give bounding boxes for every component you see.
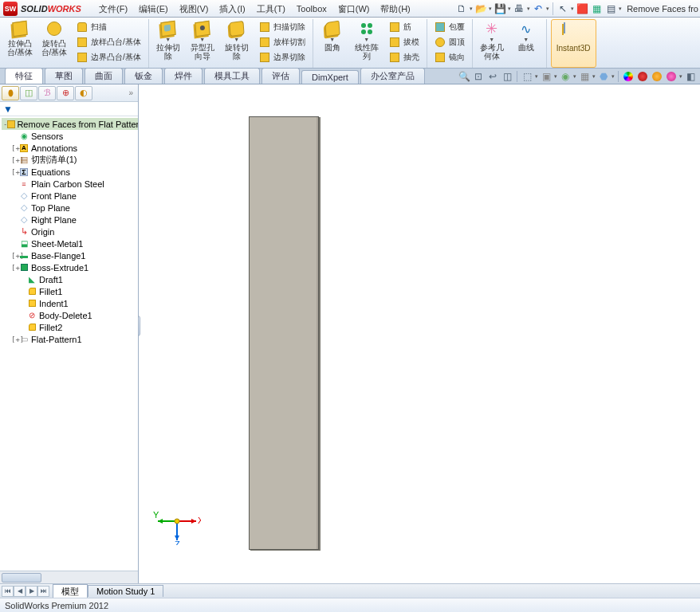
tree-root[interactable]: - Remove Faces from Flat Patter — [2, 118, 138, 130]
display-manager-tab[interactable]: ◐ — [75, 86, 92, 100]
sweep-button[interactable]: 扫描 — [73, 19, 144, 34]
hide-show-icon[interactable]: ◉ — [559, 70, 572, 83]
bottom-tab-motion-study[interactable]: Motion Study 1 — [88, 585, 163, 597]
feature-manager-tab[interactable]: ⬮ — [2, 86, 19, 100]
tree-expander[interactable]: [+] — [11, 144, 18, 152]
rib-button[interactable]: 筋 — [386, 19, 422, 34]
nav-next-icon[interactable]: ▶ — [26, 586, 37, 597]
menu-file[interactable]: 文件(F) — [94, 2, 132, 17]
tree-item[interactable]: [+]ΣEquations — [2, 166, 138, 178]
tree-item[interactable]: Fillet1 — [2, 285, 138, 297]
rebuild-icon[interactable]: 🟥 — [576, 2, 588, 15]
loft-boss-button[interactable]: 放样凸台/基体 — [73, 34, 144, 49]
menu-tools[interactable]: 工具(T) — [252, 2, 290, 17]
perspective-icon[interactable] — [665, 70, 678, 83]
menu-toolbox[interactable]: Toolbox — [292, 2, 332, 15]
tab-office[interactable]: 办公室产品 — [360, 68, 425, 84]
revolve-cut-button[interactable]: ▼ 旋转切除 — [222, 19, 252, 61]
shell-button[interactable]: 抽壳 — [386, 49, 422, 65]
tree-item[interactable]: Fillet2 — [2, 321, 138, 333]
tree-item[interactable]: ◣Draft1 — [2, 273, 138, 285]
tree-item[interactable]: ◉Sensors — [2, 130, 138, 142]
instant3d-button[interactable]: Instant3D — [551, 19, 596, 68]
tree-item[interactable]: ⊘Body-Delete1 — [2, 309, 138, 321]
revolve-boss-button[interactable]: 旋转凸台/基体 — [39, 19, 69, 57]
new-icon[interactable]: 🗋 — [455, 2, 468, 15]
select-icon[interactable]: ↖ — [556, 2, 569, 15]
filter-icon[interactable]: ▼ — [3, 104, 13, 115]
panel-splitter-handle[interactable] — [139, 316, 140, 336]
graphics-viewport[interactable]: X Y Z — [139, 84, 700, 583]
hole-wizard-button[interactable]: ▼ 异型孔向导 — [187, 19, 218, 61]
tree-expander[interactable]: [+] — [11, 264, 18, 272]
tree-item[interactable]: [+]▭Flat-Pattern1 — [2, 333, 138, 345]
view-orientation-icon[interactable]: ⬚ — [521, 70, 533, 83]
tree-expander[interactable]: [+] — [11, 168, 18, 176]
nav-prev-icon[interactable]: ◀ — [14, 586, 26, 597]
tree-item[interactable]: [+]AAnnotations — [2, 142, 138, 154]
sweep-cut-button[interactable]: 扫描切除 — [256, 19, 308, 34]
tree-item[interactable]: [+]Boss-Extrude1 — [2, 261, 138, 273]
dome-button[interactable]: 圆顶 — [431, 34, 467, 49]
edit-appearance-icon[interactable]: ▦ — [578, 70, 591, 83]
display-style-icon[interactable]: ▣ — [540, 70, 553, 83]
tree-item[interactable]: ◇Top Plane — [2, 202, 138, 214]
tab-evaluate[interactable]: 评估 — [262, 68, 300, 84]
menu-view[interactable]: 视图(V) — [175, 2, 214, 17]
tab-surface[interactable]: 曲面 — [85, 68, 123, 84]
fillet-button[interactable]: ▼ 圆角 — [317, 19, 348, 52]
scrollbar-thumb[interactable] — [2, 573, 41, 583]
tree-item[interactable]: Indent1 — [2, 297, 138, 309]
nav-first-icon[interactable]: ⏮ — [2, 586, 14, 597]
mirror-button[interactable]: 镜向 — [431, 49, 467, 65]
extrude-boss-button[interactable]: 拉伸凸台/基体 — [5, 19, 35, 57]
property-manager-tab[interactable]: ◫ — [20, 86, 37, 100]
tab-moldtools[interactable]: 模具工具 — [204, 68, 260, 84]
prev-view-icon[interactable]: ↩ — [486, 70, 499, 83]
open-icon[interactable]: 📂 — [474, 2, 487, 15]
tree-expander[interactable]: [+] — [11, 156, 18, 164]
boundary-cut-button[interactable]: 边界切除 — [256, 49, 308, 65]
menu-window[interactable]: 窗口(W) — [333, 2, 375, 17]
shadows-icon[interactable] — [636, 70, 649, 83]
tree-item[interactable]: ⬓Sheet-Metal1 — [2, 237, 138, 249]
tree-item[interactable]: [+]▤切割清单(1) — [2, 154, 138, 166]
print-icon[interactable]: 🖶 — [513, 2, 525, 15]
horizontal-scrollbar[interactable] — [0, 571, 138, 583]
tree-item[interactable]: ◇Right Plane — [2, 214, 138, 226]
tab-sketch[interactable]: 草图 — [45, 68, 83, 84]
ref-geometry-button[interactable]: ✳ ▼ 参考几何体 — [477, 19, 507, 61]
dimxpert-manager-tab[interactable]: ⊕ — [57, 86, 74, 100]
panel-expand-button[interactable]: » — [125, 88, 136, 97]
wrap-button[interactable]: 包覆 — [431, 19, 467, 34]
extrude-cut-button[interactable]: ▼ 拉伸切除 — [153, 19, 183, 61]
draft-button[interactable]: 拔模 — [386, 34, 422, 49]
tab-sheetmetal[interactable]: 钣金 — [124, 68, 163, 84]
loft-cut-button[interactable]: 放样切割 — [256, 34, 308, 49]
tree-item[interactable]: ◇Front Plane — [2, 190, 138, 202]
menu-edit[interactable]: 编辑(E) — [134, 2, 173, 17]
apply-scene-icon[interactable]: ⬣ — [597, 70, 610, 83]
feature-tree[interactable]: - Remove Faces from Flat Patter ◉Sensors… — [0, 116, 138, 571]
tree-item[interactable]: ↳Origin — [2, 226, 138, 237]
linear-pattern-button[interactable]: ▼ 线性阵列 — [352, 19, 382, 61]
tree-item[interactable]: ≡Plain Carbon Steel — [2, 178, 138, 190]
settings-icon[interactable]: ▤ — [604, 2, 617, 15]
zoom-area-icon[interactable]: ⊡ — [472, 70, 485, 83]
tree-item[interactable]: [+]▬Base-Flange1 — [2, 249, 138, 261]
model-part[interactable] — [249, 116, 319, 550]
cartoon-icon[interactable]: ◧ — [684, 70, 697, 83]
options-icon[interactable]: ▦ — [590, 2, 603, 15]
tab-weldments[interactable]: 焊件 — [164, 68, 203, 84]
menu-insert[interactable]: 插入(I) — [214, 2, 250, 17]
tree-expander[interactable]: [+] — [11, 252, 18, 260]
tab-dimxpert[interactable]: DimXpert — [301, 70, 359, 84]
curves-button[interactable]: ∿ ▼ 曲线 — [511, 19, 541, 52]
zoom-fit-icon[interactable]: 🔍 — [458, 70, 470, 83]
undo-icon[interactable]: ↶ — [532, 2, 545, 15]
configuration-manager-tab[interactable]: ℬ — [38, 86, 56, 100]
bottom-tab-model[interactable]: 模型 — [53, 584, 88, 598]
boundary-boss-button[interactable]: 边界凸台/基体 — [73, 49, 144, 65]
save-icon[interactable]: 💾 — [494, 2, 506, 15]
tab-features[interactable]: 特征 — [5, 68, 43, 84]
